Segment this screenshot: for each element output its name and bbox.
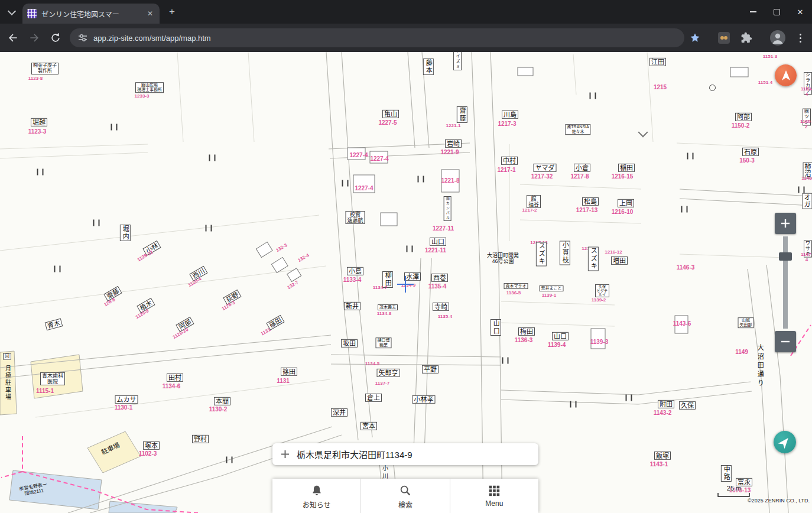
field-tick-symbol [209,155,216,161]
window-minimize-button[interactable] [741,0,765,24]
map-name-label: 堀越 [31,118,47,126]
parcel-number-label: 1128-10 [172,327,190,340]
map-name-label: 中路 [721,465,732,482]
tinted-parcels [0,351,177,513]
back-arrow-icon [7,32,19,44]
scale-bar [717,492,751,498]
map-scale: 25 m [716,485,752,499]
parcel-number-label: 1143-6 [673,320,691,327]
field-tick-symbol [687,153,694,160]
map-name-label: 荒井まこと [540,285,564,291]
window-close-button[interactable]: ✕ [788,0,812,24]
parcel-number-label: 1134-5 [365,362,379,367]
tampermonkey-extension-icon[interactable] [716,30,732,46]
address-bar[interactable]: app.zip-site.com/smt/app/map.htm [70,28,684,47]
zoom-in-button[interactable] [775,213,796,234]
zoom-slider-handle[interactable] [779,252,792,261]
map-name-label: 久保 [679,401,696,410]
field-tick-symbol [407,246,413,252]
parcel-number-label: 132-4 [297,253,310,264]
parcel-number-label: 1115-1 [36,388,54,394]
parcel-number-label: 1151-3 [763,54,777,60]
zenrin-favicon-icon [27,9,37,18]
map-name-label: 館山広嶋 税理士事務所 [135,82,164,93]
map-symbol-circle [709,85,716,91]
parcel-number-label: 1128-3 [221,300,236,312]
field-tick-symbol [111,124,118,131]
plus-icon [281,450,290,459]
field-tick-symbol [570,401,577,408]
map-name-label: 矢郎亨 [377,369,400,377]
grid-icon [488,484,501,497]
map-name-label: 小貫枝 [560,241,570,265]
browser-menu-button[interactable] [792,30,808,46]
menu-button[interactable]: Menu [450,479,538,513]
map-name-label: ヤマダ [534,164,557,172]
notice-button[interactable]: お知らせ [272,479,360,513]
parcel-number-label: 1160-2 [800,119,812,130]
parcel-number-label: 1221-1 [446,124,461,129]
field-tick-symbol [798,187,805,193]
forward-button[interactable] [25,28,44,47]
map-name-label: 大沼田通り [756,345,764,389]
tab-strip: ゼンリン住宅地図スマー ✕ + ✕ [0,0,812,24]
active-tab[interactable]: ゼンリン住宅地図スマー ✕ [22,4,160,24]
map-name-label: ㈱ツジ [803,109,811,126]
map-area[interactable]: ㈲金子虔子 製作所1123-8堀越1123-3館山広嶋 税理士事務所1233-3… [0,0,812,513]
parcel-number-label: 1217-8 [570,173,589,180]
window-maximize-button[interactable] [765,0,788,24]
parcel-number-label: 1216-15 [612,173,634,180]
map-name-label: 校實 遠藤航 [345,211,365,224]
search-button[interactable]: 検索 [360,479,449,513]
map-name-label: 貴木マサオ [504,283,528,289]
locate-button[interactable] [774,431,796,453]
kebab-menu-icon [800,34,801,43]
parcel-number-label: 1134-6 [163,383,181,389]
parcel-number-label: 1216-12 [605,250,622,255]
map-name-label: 堀内 [120,225,131,241]
back-button[interactable] [4,28,22,47]
extensions-button[interactable] [738,30,755,46]
parcel-number-label: 1227-4 [370,155,388,162]
parcel-number-label: 1147-4 [801,252,812,263]
compass-button[interactable] [775,64,797,86]
map-name-label: ワサキ [804,241,812,258]
parcel-number-label: 1221-8 [441,177,459,184]
map-name-label: 稲田 [618,164,635,172]
chevron-down-icon[interactable] [637,131,649,141]
zoom-slider-track[interactable] [783,236,788,329]
reload-button[interactable] [46,28,65,47]
parcel-number-label: 132-3 [275,243,288,254]
map-name-label: 駐車場 [100,441,121,456]
address-search-box[interactable]: 栃木県足利市大沼田町1134-9 [272,443,538,465]
parcel-number-label: 1135-4 [438,314,452,320]
parcel-number-label: 1217-16 [530,241,547,246]
map-name-label: 回 [3,353,11,360]
map-name-label: 本間 [214,397,230,405]
new-tab-button[interactable]: + [167,7,177,17]
parcel-number-label: 1227-11 [433,225,454,232]
site-info-icon[interactable] [78,33,87,43]
map-name-label: 小島 [347,267,363,275]
tab-close-icon[interactable]: ✕ [145,9,155,18]
parcel-number-label: 1227-5 [378,119,397,126]
map-name-label: 飯塚 [654,452,671,460]
parcel-number-label: 1123-8 [28,76,43,82]
tab-search-button[interactable] [7,8,17,17]
zoom-out-button[interactable] [775,331,796,352]
map-name-label: 阿部 [735,113,752,121]
bookmark-star-button[interactable] [687,30,703,46]
parcel-number-label: 1128-9 [135,309,150,320]
parcel-number-label: 1143-2 [654,410,672,416]
map-label-layer: ㈲金子虔子 製作所1123-8堀越1123-3館山広嶋 税理士事務所1233-3… [0,0,812,513]
map-name-label: 岩崎 [445,139,462,148]
parcel-number-label: 1221-9 [440,149,459,155]
window-controls: ✕ [741,0,812,24]
map-name-label: 石原 [742,148,759,156]
parcel-number-label: 1150-2 [732,122,750,129]
map-name-label: 小林 [142,241,161,256]
parcel-number-label: 1217-1 [497,167,515,173]
profile-avatar[interactable] [769,30,786,46]
field-tick-symbol [590,93,596,99]
map-name-label: 荻野 [223,290,241,305]
